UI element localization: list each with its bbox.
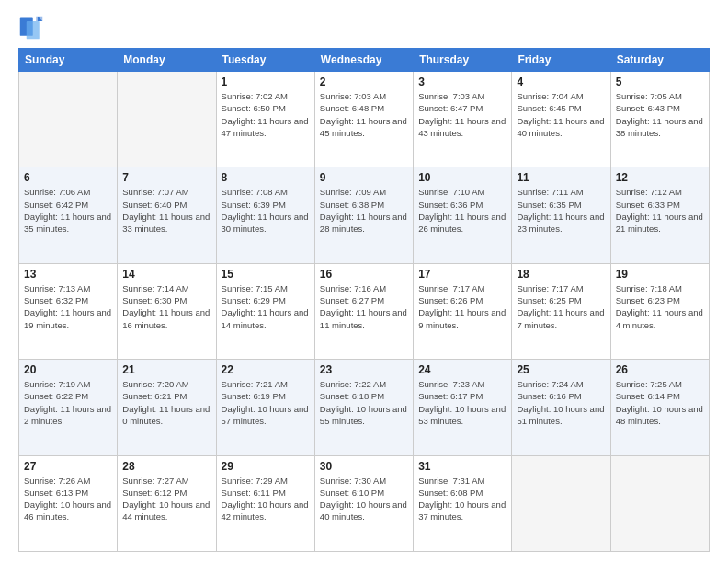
- svg-rect-4: [36, 17, 42, 21]
- day-cell: 19Sunrise: 7:18 AMSunset: 6:23 PMDayligh…: [610, 263, 709, 359]
- day-info: Sunrise: 7:03 AMSunset: 6:48 PMDaylight:…: [320, 90, 408, 139]
- day-cell: [512, 455, 610, 551]
- day-info: Sunrise: 7:24 AMSunset: 6:16 PMDaylight:…: [517, 378, 605, 427]
- day-cell: 20Sunrise: 7:19 AMSunset: 6:22 PMDayligh…: [19, 360, 118, 455]
- day-cell: [610, 455, 709, 551]
- week-row-4: 20Sunrise: 7:19 AMSunset: 6:22 PMDayligh…: [19, 360, 710, 455]
- calendar-header-row: SundayMondayTuesdayWednesdayThursdayFrid…: [19, 49, 710, 72]
- day-info: Sunrise: 7:29 AMSunset: 6:11 PMDaylight:…: [222, 475, 310, 523]
- day-number: 2: [320, 75, 408, 88]
- day-number: 11: [517, 171, 605, 184]
- header-tuesday: Tuesday: [216, 49, 314, 72]
- day-number: 14: [122, 268, 210, 281]
- day-cell: 27Sunrise: 7:26 AMSunset: 6:13 PMDayligh…: [19, 455, 118, 551]
- page: SundayMondayTuesdayWednesdayThursdayFrid…: [0, 0, 728, 563]
- day-cell: 31Sunrise: 7:31 AMSunset: 6:08 PMDayligh…: [414, 455, 512, 551]
- day-number: 9: [320, 171, 408, 184]
- day-info: Sunrise: 7:25 AMSunset: 6:14 PMDaylight:…: [616, 378, 704, 427]
- day-number: 29: [222, 460, 310, 473]
- day-number: 22: [222, 363, 310, 376]
- day-number: 6: [24, 171, 112, 184]
- day-info: Sunrise: 7:10 AMSunset: 6:36 PMDaylight:…: [418, 186, 506, 235]
- day-cell: 15Sunrise: 7:15 AMSunset: 6:29 PMDayligh…: [216, 263, 314, 359]
- day-info: Sunrise: 7:22 AMSunset: 6:18 PMDaylight:…: [320, 378, 408, 427]
- day-cell: 3Sunrise: 7:03 AMSunset: 6:47 PMDaylight…: [414, 72, 512, 167]
- day-cell: [118, 72, 216, 167]
- day-number: 18: [517, 268, 605, 281]
- day-info: Sunrise: 7:18 AMSunset: 6:23 PMDaylight:…: [616, 282, 704, 331]
- svg-rect-2: [27, 21, 40, 39]
- day-info: Sunrise: 7:08 AMSunset: 6:39 PMDaylight:…: [222, 186, 310, 235]
- day-info: Sunrise: 7:11 AMSunset: 6:35 PMDaylight:…: [517, 186, 605, 235]
- day-number: 27: [24, 460, 112, 473]
- day-cell: 29Sunrise: 7:29 AMSunset: 6:11 PMDayligh…: [216, 455, 314, 551]
- header-thursday: Thursday: [414, 49, 512, 72]
- day-info: Sunrise: 7:21 AMSunset: 6:19 PMDaylight:…: [222, 378, 310, 427]
- day-cell: 21Sunrise: 7:20 AMSunset: 6:21 PMDayligh…: [118, 360, 216, 455]
- day-info: Sunrise: 7:15 AMSunset: 6:29 PMDaylight:…: [222, 282, 310, 331]
- day-cell: 11Sunrise: 7:11 AMSunset: 6:35 PMDayligh…: [512, 167, 610, 263]
- day-number: 3: [418, 75, 506, 88]
- header: [18, 15, 710, 40]
- day-number: 30: [320, 460, 408, 473]
- day-number: 23: [320, 363, 408, 376]
- day-cell: 6Sunrise: 7:06 AMSunset: 6:42 PMDaylight…: [19, 167, 118, 263]
- header-wednesday: Wednesday: [314, 49, 413, 72]
- day-cell: 22Sunrise: 7:21 AMSunset: 6:19 PMDayligh…: [216, 360, 314, 455]
- day-info: Sunrise: 7:14 AMSunset: 6:30 PMDaylight:…: [122, 282, 210, 331]
- day-info: Sunrise: 7:31 AMSunset: 6:08 PMDaylight:…: [418, 475, 506, 523]
- week-row-5: 27Sunrise: 7:26 AMSunset: 6:13 PMDayligh…: [19, 455, 710, 551]
- week-row-2: 6Sunrise: 7:06 AMSunset: 6:42 PMDaylight…: [19, 167, 710, 263]
- day-cell: 17Sunrise: 7:17 AMSunset: 6:26 PMDayligh…: [414, 263, 512, 359]
- calendar-table: SundayMondayTuesdayWednesdayThursdayFrid…: [18, 48, 710, 552]
- day-number: 31: [418, 460, 506, 473]
- day-number: 5: [616, 75, 704, 88]
- day-cell: 1Sunrise: 7:02 AMSunset: 6:50 PMDaylight…: [216, 72, 314, 167]
- day-number: 16: [320, 268, 408, 281]
- day-info: Sunrise: 7:02 AMSunset: 6:50 PMDaylight:…: [222, 90, 310, 139]
- day-number: 10: [418, 171, 506, 184]
- day-cell: 13Sunrise: 7:13 AMSunset: 6:32 PMDayligh…: [19, 263, 118, 359]
- day-cell: 7Sunrise: 7:07 AMSunset: 6:40 PMDaylight…: [118, 167, 216, 263]
- day-cell: 26Sunrise: 7:25 AMSunset: 6:14 PMDayligh…: [610, 360, 709, 455]
- day-info: Sunrise: 7:17 AMSunset: 6:25 PMDaylight:…: [517, 282, 605, 331]
- header-sunday: Sunday: [19, 49, 118, 72]
- day-info: Sunrise: 7:09 AMSunset: 6:38 PMDaylight:…: [320, 186, 408, 235]
- day-number: 4: [517, 75, 605, 88]
- day-number: 19: [616, 268, 704, 281]
- day-cell: 23Sunrise: 7:22 AMSunset: 6:18 PMDayligh…: [314, 360, 413, 455]
- day-info: Sunrise: 7:07 AMSunset: 6:40 PMDaylight:…: [122, 186, 210, 235]
- day-cell: 30Sunrise: 7:30 AMSunset: 6:10 PMDayligh…: [314, 455, 413, 551]
- logo-icon: [18, 15, 44, 40]
- day-cell: 18Sunrise: 7:17 AMSunset: 6:25 PMDayligh…: [512, 263, 610, 359]
- day-cell: 14Sunrise: 7:14 AMSunset: 6:30 PMDayligh…: [118, 263, 216, 359]
- day-info: Sunrise: 7:26 AMSunset: 6:13 PMDaylight:…: [24, 475, 112, 523]
- header-friday: Friday: [512, 49, 610, 72]
- day-cell: 28Sunrise: 7:27 AMSunset: 6:12 PMDayligh…: [118, 455, 216, 551]
- logo: [18, 15, 48, 40]
- day-cell: 25Sunrise: 7:24 AMSunset: 6:16 PMDayligh…: [512, 360, 610, 455]
- day-number: 21: [122, 363, 210, 376]
- day-info: Sunrise: 7:06 AMSunset: 6:42 PMDaylight:…: [24, 186, 112, 235]
- day-info: Sunrise: 7:30 AMSunset: 6:10 PMDaylight:…: [320, 475, 408, 523]
- day-info: Sunrise: 7:12 AMSunset: 6:33 PMDaylight:…: [616, 186, 704, 235]
- day-number: 1: [222, 75, 310, 88]
- day-cell: 8Sunrise: 7:08 AMSunset: 6:39 PMDaylight…: [216, 167, 314, 263]
- day-cell: 10Sunrise: 7:10 AMSunset: 6:36 PMDayligh…: [414, 167, 512, 263]
- day-cell: 5Sunrise: 7:05 AMSunset: 6:43 PMDaylight…: [610, 72, 709, 167]
- week-row-3: 13Sunrise: 7:13 AMSunset: 6:32 PMDayligh…: [19, 263, 710, 359]
- day-info: Sunrise: 7:04 AMSunset: 6:45 PMDaylight:…: [517, 90, 605, 139]
- day-number: 13: [24, 268, 112, 281]
- day-info: Sunrise: 7:19 AMSunset: 6:22 PMDaylight:…: [24, 378, 112, 427]
- day-cell: 9Sunrise: 7:09 AMSunset: 6:38 PMDaylight…: [314, 167, 413, 263]
- day-number: 26: [616, 363, 704, 376]
- day-number: 8: [222, 171, 310, 184]
- day-info: Sunrise: 7:16 AMSunset: 6:27 PMDaylight:…: [320, 282, 408, 331]
- day-cell: 2Sunrise: 7:03 AMSunset: 6:48 PMDaylight…: [314, 72, 413, 167]
- day-cell: 4Sunrise: 7:04 AMSunset: 6:45 PMDaylight…: [512, 72, 610, 167]
- day-cell: [19, 72, 118, 167]
- day-number: 12: [616, 171, 704, 184]
- day-cell: 24Sunrise: 7:23 AMSunset: 6:17 PMDayligh…: [414, 360, 512, 455]
- day-info: Sunrise: 7:13 AMSunset: 6:32 PMDaylight:…: [24, 282, 112, 331]
- header-saturday: Saturday: [610, 49, 709, 72]
